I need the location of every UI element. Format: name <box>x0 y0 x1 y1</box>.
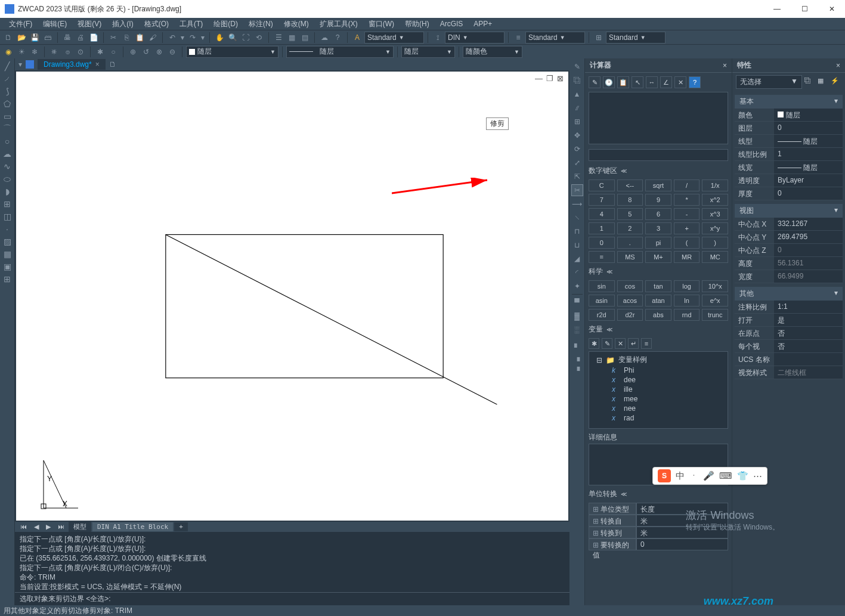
key-sin[interactable]: sin <box>589 280 615 292</box>
tree-item[interactable]: xdee <box>592 375 725 385</box>
properties-icon[interactable]: ☰ <box>273 32 284 44</box>
layout-next-icon[interactable]: ▶ <box>43 523 54 531</box>
prop-flash-icon[interactable]: ⚡ <box>831 77 841 88</box>
ime-voice-icon[interactable]: 🎤 <box>703 470 714 481</box>
new-icon[interactable]: 🗋 <box>2 32 14 44</box>
key-3[interactable]: 3 <box>645 222 671 234</box>
saveall-icon[interactable]: 🗃 <box>42 32 54 44</box>
key-8[interactable]: 8 <box>617 194 643 206</box>
prop-row[interactable]: 中心点 Y269.4795 <box>735 231 843 244</box>
properties-close-icon[interactable]: × <box>836 61 840 70</box>
key--[interactable]: - <box>674 208 700 220</box>
modify-tool-b-icon[interactable]: ▓ <box>571 310 583 322</box>
scale-icon[interactable]: ⤢ <box>571 157 583 169</box>
tree-item[interactable]: xrad <box>592 413 725 423</box>
prop-row[interactable]: 注释比例1:1 <box>735 301 843 314</box>
ime-logo-icon[interactable]: S <box>658 469 671 482</box>
calc-dist-icon[interactable]: ↔ <box>646 76 658 88</box>
layer-states-icon[interactable]: ☀ <box>16 46 27 58</box>
redo-dropdown-icon[interactable]: ▾ <box>200 32 206 44</box>
offset-icon[interactable]: ⫽ <box>571 102 583 114</box>
explode-icon[interactable]: ✦ <box>571 280 583 292</box>
prop-row[interactable]: 每个视口...否 <box>735 340 843 353</box>
save-icon[interactable]: 💾 <box>29 32 41 44</box>
prop-row[interactable]: 图层0 <box>735 122 843 135</box>
break-icon[interactable]: ⊓ <box>571 225 583 237</box>
tree-item[interactable]: xille <box>592 385 725 394</box>
var-new-icon[interactable]: ✱ <box>589 338 599 349</box>
open-icon[interactable]: 📂 <box>16 32 27 44</box>
calc-input[interactable] <box>589 149 728 161</box>
menu-dim[interactable]: 标注(N) <box>243 19 278 29</box>
menu-view[interactable]: 视图(V) <box>72 19 107 29</box>
key-0[interactable]: 0 <box>589 237 615 249</box>
menu-file[interactable]: 文件(F) <box>4 19 38 29</box>
textstyle-dropdown[interactable]: Standard▼ <box>364 32 424 44</box>
key-.[interactable]: . <box>617 237 643 249</box>
prop-row[interactable]: 中心点 X332.1267 <box>735 218 843 231</box>
help-icon[interactable]: ? <box>332 32 343 44</box>
close-button[interactable]: ✕ <box>824 5 840 13</box>
gradient-icon[interactable]: ▦ <box>1 249 13 259</box>
calc-history-icon[interactable]: 🕑 <box>603 76 615 88</box>
prop-row[interactable]: 视觉样式二维线框 <box>735 366 843 379</box>
ime-keyboard-icon[interactable]: ⌨ <box>719 470 732 481</box>
maximize-button[interactable]: ☐ <box>796 5 813 13</box>
layout-tab-add[interactable]: + <box>174 522 188 531</box>
layout-tab-a1[interactable]: DIN A1 Title Block <box>92 522 173 531</box>
tablestyle-dropdown[interactable]: Standard▼ <box>606 32 666 44</box>
prop-row[interactable]: 线型比例1 <box>735 148 843 161</box>
match-prop-icon[interactable]: 🖌 <box>147 32 159 44</box>
key-abs[interactable]: abs <box>645 309 671 321</box>
line-icon[interactable]: ╱ <box>1 61 13 72</box>
key-*[interactable]: * <box>674 194 700 206</box>
layer-dropdown[interactable]: 随层▼ <box>186 46 278 58</box>
revcloud-icon[interactable]: ☁ <box>1 148 13 159</box>
key-tan[interactable]: tan <box>645 280 671 292</box>
key-cos[interactable]: cos <box>617 280 643 292</box>
pan-icon[interactable]: ✋ <box>213 32 225 44</box>
key-acos[interactable]: acos <box>617 295 643 307</box>
menu-insert[interactable]: 插入(I) <box>107 19 138 29</box>
key-9[interactable]: 9 <box>645 194 671 206</box>
key-1/x[interactable]: 1/x <box>702 179 728 191</box>
region-icon[interactable]: ▣ <box>1 261 13 272</box>
make-block-icon[interactable]: ◫ <box>1 211 13 222</box>
prop-pick-icon[interactable]: ⿻ <box>804 77 815 88</box>
calc-help-icon[interactable]: ? <box>689 76 701 88</box>
menu-draw[interactable]: 绘图(D) <box>208 19 243 29</box>
prop-section-basic[interactable]: 基本▾ <box>735 95 843 109</box>
modify-tool-e-icon[interactable]: ▗ <box>571 351 583 363</box>
prop-row[interactable]: 宽度66.9499 <box>735 270 843 283</box>
layer-prev-icon[interactable]: ↺ <box>140 46 152 58</box>
undo-icon[interactable]: ↶ <box>166 32 178 44</box>
key-4[interactable]: 4 <box>589 208 615 220</box>
prop-row[interactable]: 线型 随层 <box>735 135 843 148</box>
ime-more-icon[interactable]: ⋯ <box>753 470 762 481</box>
key-)[interactable]: ) <box>702 237 728 249</box>
key-log[interactable]: log <box>674 280 700 292</box>
menu-arcgis[interactable]: ArcGIS <box>435 20 469 28</box>
layout-prev-icon[interactable]: ◀ <box>31 523 42 531</box>
tree-item[interactable]: xnee <box>592 404 725 413</box>
prop-row[interactable]: 在原点显...否 <box>735 327 843 340</box>
prop-quick-icon[interactable]: ▦ <box>818 77 828 88</box>
prop-row[interactable]: 高度56.1361 <box>735 257 843 270</box>
modify-tool-c-icon[interactable]: ░ <box>571 324 583 336</box>
design-center-icon[interactable]: ▦ <box>286 32 298 44</box>
polygon-icon[interactable]: ⬠ <box>1 98 13 109</box>
prop-section-view[interactable]: 视图▾ <box>735 204 843 218</box>
xline-icon[interactable]: ⟋ <box>1 73 13 84</box>
rectangle-icon[interactable]: ▭ <box>1 111 13 122</box>
fillet-icon[interactable]: ◜ <box>571 267 583 278</box>
tablestyle-icon[interactable]: ⊞ <box>593 32 605 44</box>
drawing-canvas[interactable]: — ❐ ⊠ Y X <box>16 72 568 521</box>
linetype-dropdown[interactable]: 随层▼ <box>286 46 394 58</box>
zoom-realtime-icon[interactable]: 🔍 <box>227 32 239 44</box>
key-1[interactable]: 1 <box>589 222 615 234</box>
modify-tool-d-icon[interactable]: ▖ <box>571 338 583 349</box>
key-<--[interactable]: <-- <box>617 179 643 191</box>
layout-last-icon[interactable]: ⏭ <box>55 523 67 530</box>
plot-preview-icon[interactable]: 🖨 <box>75 32 86 44</box>
ime-punct-icon[interactable]: ㆍ <box>689 470 698 482</box>
